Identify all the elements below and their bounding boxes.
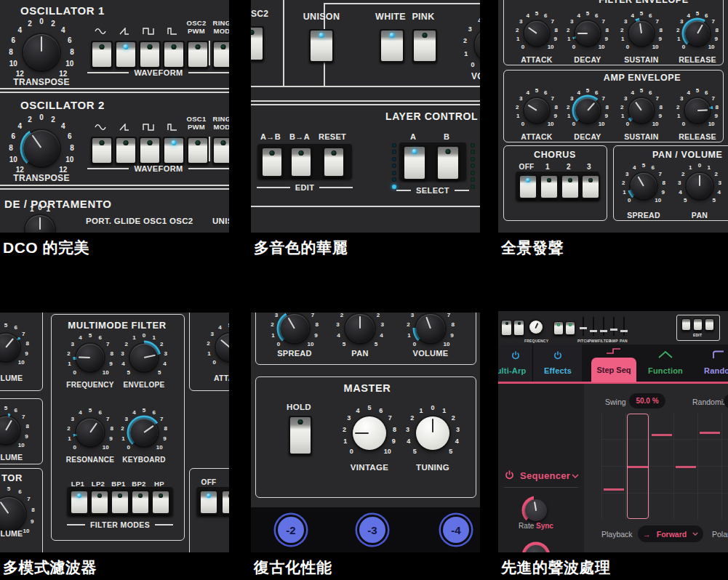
- lp2-button[interactable]: [90, 490, 109, 515]
- scale-knob[interactable]: [516, 536, 556, 552]
- layer-b-button[interactable]: [436, 145, 460, 180]
- bp2-button[interactable]: [131, 490, 150, 515]
- chorus-1-button[interactable]: [540, 174, 559, 199]
- amp-attack-knob[interactable]: 012345678910: [510, 84, 564, 137]
- swing-value-field[interactable]: 50.0 %: [629, 393, 665, 408]
- chevron-down-icon: [692, 532, 698, 536]
- volume-partial-label-2: OLUME: [0, 453, 23, 462]
- unison-button[interactable]: [309, 29, 334, 63]
- filter-release-knob[interactable]: 012345678910: [671, 7, 724, 60]
- mini-button[interactable]: [501, 320, 512, 336]
- macro-knob-4[interactable]: -4: [443, 517, 469, 543]
- glide-knob[interactable]: 101: [11, 201, 69, 233]
- filter-attack-knob[interactable]: 012345678910: [510, 7, 564, 60]
- mini-button[interactable]: [553, 321, 564, 335]
- noise-volume-knob[interactable]: 012345678910: [457, 10, 480, 80]
- osc1-ringmod-button[interactable]: [212, 41, 229, 68]
- tab-multi-arp[interactable]: ulti-Arp: [498, 366, 532, 375]
- step-column[interactable]: [649, 413, 673, 520]
- amp-sustain-knob[interactable]: 012345678910: [615, 84, 668, 137]
- filter-sustain-knob[interactable]: 012345678910: [615, 7, 668, 60]
- left-volume-knob-partial[interactable]: 012345678910: [0, 318, 35, 376]
- osc2-ringmod-button[interactable]: [212, 137, 229, 164]
- osc1-wave-sine-button[interactable]: [91, 41, 113, 68]
- pan-label: PAN: [351, 349, 368, 358]
- osc1-wave-square-button[interactable]: [139, 41, 161, 68]
- filter-keyboard-knob[interactable]: 012345678910: [115, 403, 173, 462]
- mini-button[interactable]: [565, 321, 575, 335]
- step-column[interactable]: [625, 413, 649, 520]
- mini-edit-button[interactable]: [693, 318, 703, 331]
- osc2-wave-square-button[interactable]: [139, 137, 161, 164]
- filter-slider[interactable]: [600, 317, 607, 336]
- pwm-slider[interactable]: [590, 317, 597, 336]
- tab-step-seq[interactable]: Step Seq: [591, 358, 636, 382]
- sync-label[interactable]: Sync: [536, 522, 553, 530]
- amp-release-knob[interactable]: 012345678910: [671, 84, 724, 137]
- step-column[interactable]: [721, 413, 728, 520]
- power-icon[interactable]: [511, 351, 520, 360]
- chorus-2-button[interactable]: [561, 174, 580, 199]
- macro-knob-3[interactable]: -3: [359, 517, 385, 543]
- pan-knob[interactable]: 54321012345: [672, 158, 727, 214]
- mini-frequency-label: FREQUENCY: [524, 339, 548, 343]
- copy-b-to-a-button[interactable]: [290, 147, 312, 177]
- power-icon[interactable]: [553, 351, 562, 360]
- osc2-wave-sine-button[interactable]: [91, 137, 113, 164]
- filter-decay-knob[interactable]: 012345678910: [561, 7, 615, 60]
- hp-button[interactable]: [151, 490, 170, 515]
- sequencer-power-icon[interactable]: [505, 470, 514, 480]
- button-led: [172, 44, 177, 49]
- osc2-partial-button[interactable]: [251, 26, 264, 61]
- step-column[interactable]: [673, 413, 697, 520]
- white-noise-button[interactable]: [380, 29, 404, 63]
- chorus-1-partial-button[interactable]: [221, 490, 229, 515]
- pan-slider[interactable]: [620, 317, 628, 336]
- playback-mode-dropdown[interactable]: → Forward: [638, 525, 703, 542]
- vintage-knob[interactable]: 012345678910: [337, 400, 402, 466]
- bp1-button[interactable]: [111, 490, 129, 515]
- chevron-down-icon[interactable]: [572, 474, 579, 478]
- layer-a-button[interactable]: [403, 145, 426, 180]
- filter-resonance-knob[interactable]: 012345678910: [61, 403, 119, 462]
- layer-b-led-meter: [469, 140, 476, 191]
- osc1-pwm-label-1: OSC1: [186, 115, 206, 123]
- chorus-off-button[interactable]: [519, 174, 537, 199]
- osc2-wave-saw-button[interactable]: [115, 137, 137, 164]
- osc2-wave-pulse-button[interactable]: [163, 137, 185, 164]
- tab-random[interactable]: Random: [704, 366, 728, 375]
- led-indicator: [392, 157, 396, 161]
- step-column[interactable]: [601, 413, 625, 520]
- osc1-wave-pulse-button[interactable]: [163, 41, 185, 68]
- filter-frequency-knob[interactable]: 012345678910: [61, 329, 119, 387]
- pink-noise-button[interactable]: [412, 29, 437, 63]
- macro-knob-2[interactable]: -2: [278, 517, 304, 543]
- attack-knob-partial[interactable]: 012345678910: [201, 318, 229, 376]
- copy-a-to-b-button[interactable]: [261, 147, 283, 177]
- randomize-toggle[interactable]: [724, 394, 728, 408]
- mini-edit-button[interactable]: [705, 318, 714, 331]
- chorus-3-button[interactable]: [581, 174, 600, 199]
- lp1-button[interactable]: [70, 490, 89, 515]
- filter-envelope-amount-knob[interactable]: 54321012345: [115, 329, 173, 387]
- mini-edit-button[interactable]: [681, 318, 691, 331]
- pitch-slider[interactable]: [580, 317, 587, 336]
- spread-knob[interactable]: 012345678910: [616, 158, 671, 214]
- left-volume-knob-partial-2[interactable]: 012345678910: [0, 401, 35, 459]
- amp-decay-knob[interactable]: 012345678910: [561, 84, 615, 137]
- osc1-pwm-button[interactable]: [187, 41, 209, 68]
- amp-slider[interactable]: [610, 317, 617, 336]
- tab-effects[interactable]: Effects: [539, 366, 577, 375]
- osc1-wave-saw-button[interactable]: [115, 41, 137, 68]
- osc2-pwm-button[interactable]: [187, 137, 209, 164]
- step-column[interactable]: [697, 413, 721, 520]
- knob-tick: 8: [65, 145, 79, 152]
- chorus-off-partial-button[interactable]: [199, 490, 218, 515]
- led-indicator: [471, 164, 475, 168]
- tab-function[interactable]: Function: [647, 366, 684, 375]
- knob-tick: 3: [206, 331, 219, 338]
- knob-face: [345, 314, 375, 343]
- hold-button[interactable]: [289, 416, 312, 455]
- reset-button[interactable]: [323, 147, 345, 177]
- tuning-knob[interactable]: 54321012345: [400, 400, 465, 466]
